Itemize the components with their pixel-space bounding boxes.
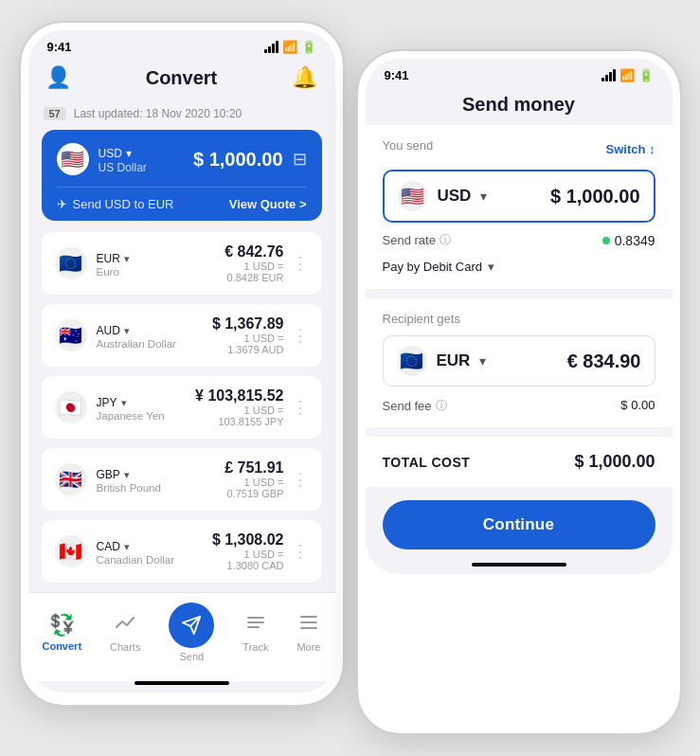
send-rate-row: Send rate ⓘ 0.8349 [383, 223, 655, 252]
currency-item-aud[interactable]: 🇦🇺 AUD ▾ Australian Dollar [42, 304, 322, 367]
rate-dot [602, 237, 610, 244]
name-jpy: Japanese Yen [97, 410, 165, 422]
send-fee-label: Send fee ⓘ [383, 398, 447, 414]
rate-cad: 1 USD = 1.3080 CAD [212, 549, 284, 571]
status-time-left: 9:41 [47, 40, 72, 54]
total-cost-value: $ 1,000.00 [574, 452, 655, 472]
flag-jpy: 🇯🇵 [55, 391, 87, 423]
view-quote-btn[interactable]: View Quote > [229, 197, 307, 211]
more-icon-aud[interactable]: ⋮ [292, 325, 309, 346]
base-currency-info: 🇺🇸 USD ▾ US Dollar [57, 143, 147, 175]
send-currency-code: USD [438, 187, 472, 206]
send-arrow-icon: ✈ [57, 197, 67, 211]
you-send-label: You send [383, 138, 434, 153]
name-eur: Euro [97, 266, 131, 278]
recipient-currency-code: EUR [437, 351, 471, 370]
continue-button[interactable]: Continue [383, 500, 655, 549]
amount-gbp: £ 751.91 [224, 459, 283, 477]
currency-item-eur[interactable]: 🇪🇺 EUR ▾ Euro [42, 232, 322, 295]
signal-icon [264, 41, 278, 53]
nav-send[interactable]: Send [169, 603, 214, 662]
bell-icon[interactable]: 🔔 [292, 65, 317, 90]
nav-convert[interactable]: 💱 Convert [42, 613, 81, 652]
pay-method-row[interactable]: Pay by Debit Card ▾ [383, 252, 655, 276]
currency-item-gbp[interactable]: 🇬🇧 GBP ▾ British Pound [42, 448, 322, 511]
code-jpy: JPY ▾ [97, 393, 165, 410]
app-header-left: 👤 Convert 🔔 [28, 58, 335, 99]
rate-jpy: 1 USD = 103.8155 JPY [195, 405, 283, 427]
flag-cad: 🇨🇦 [55, 535, 87, 567]
pay-method-label: Pay by Debit Card [383, 260, 483, 274]
rate-gbp: 1 USD = 0.7519 GBP [224, 477, 283, 499]
calculator-icon[interactable]: ⊟ [293, 149, 307, 170]
profile-icon[interactable]: 👤 [45, 65, 71, 90]
nav-label-track: Track [242, 641, 268, 653]
name-aud: Australian Dollar [97, 338, 176, 350]
nav-track[interactable]: Track [242, 612, 268, 653]
currency-item-jpy[interactable]: 🇯🇵 JPY ▾ Japanese Yen [42, 376, 322, 439]
flag-aud: 🇦🇺 [55, 319, 87, 351]
right-phone: 9:41 📶 🔋 Send money [358, 51, 680, 733]
amount-eur: € 842.76 [224, 243, 283, 261]
send-quote-row: ✈ Send USD to EUR View Quote > [57, 187, 307, 221]
send-btn[interactable]: ✈ Send USD to EUR [57, 197, 174, 211]
currency-item-cad[interactable]: 🇨🇦 CAD ▾ Canadian Dollar [42, 520, 322, 583]
pay-method-chevron: ▾ [488, 260, 494, 274]
signal-icon-right [601, 69, 616, 81]
nav-label-more: More [296, 641, 320, 653]
send-fee-value: $ 0.00 [620, 398, 655, 414]
base-amount: $ 1,000.00 [193, 149, 283, 171]
flag-eur: 🇪🇺 [55, 247, 87, 279]
page-title-convert: Convert [146, 67, 218, 89]
status-icons-right: 📶 🔋 [601, 68, 654, 82]
recipient-gets-selector[interactable]: 🇪🇺 EUR ▾ € 834.90 [383, 335, 655, 387]
base-currency-card[interactable]: 🇺🇸 USD ▾ US Dollar $ 1,000. [42, 130, 322, 221]
nav-label-charts: Charts [110, 641, 140, 653]
more-icon-cad[interactable]: ⋮ [292, 541, 309, 562]
code-eur: EUR ▾ [97, 249, 131, 266]
flag-gbp: 🇬🇧 [55, 463, 87, 495]
name-cad: Canadian Dollar [97, 554, 174, 566]
code-aud: AUD ▾ [97, 321, 176, 338]
you-send-section: You send Switch ↕ 🇺🇸 USD ▾ $ 1,000.00 [366, 125, 673, 289]
wifi-icon: 📶 [282, 40, 297, 54]
amount-cad: $ 1,308.02 [212, 531, 284, 549]
status-bar-left: 9:41 📶 🔋 [28, 30, 335, 58]
page-title-send: Send money [462, 94, 575, 116]
update-badge: 57 [44, 107, 66, 120]
more-icon-jpy[interactable]: ⋮ [292, 397, 309, 418]
track-icon [245, 612, 266, 639]
send-flag: 🇺🇸 [398, 181, 428, 211]
charts-icon [115, 612, 135, 639]
nav-charts[interactable]: Charts [110, 612, 140, 653]
base-currency-name: US Dollar [99, 161, 147, 174]
status-icons-left: 📶 🔋 [264, 40, 316, 54]
base-currency-code[interactable]: USD ▾ [99, 144, 147, 161]
nav-more[interactable]: More [296, 612, 320, 653]
recipient-gets-label: Recipient gets [383, 312, 655, 326]
send-nav-button[interactable] [169, 603, 214, 648]
you-send-selector[interactable]: 🇺🇸 USD ▾ $ 1,000.00 [383, 170, 655, 223]
rate-info-icon: ⓘ [440, 232, 451, 248]
home-indicator-right [472, 563, 566, 567]
last-updated-text: Last updated: 18 Nov 2020 10:20 [74, 107, 242, 120]
status-bar-right: 9:41 📶 🔋 [366, 59, 673, 86]
more-icon [298, 612, 319, 639]
rate-eur: 1 USD = 0.8428 EUR [224, 261, 283, 283]
more-icon-gbp[interactable]: ⋮ [292, 469, 309, 490]
recipient-gets-section: Recipient gets 🇪🇺 EUR ▾ € 834.90 [366, 298, 673, 427]
name-gbp: British Pound [97, 482, 161, 494]
send-money-content: You send Switch ↕ 🇺🇸 USD ▾ $ 1,000.00 [366, 125, 673, 563]
base-flag: 🇺🇸 [57, 143, 89, 175]
code-cad: CAD ▾ [97, 537, 174, 554]
bottom-nav: 💱 Convert Charts Send [28, 592, 335, 681]
send-rate-label: Send rate ⓘ [383, 232, 451, 248]
amount-aud: $ 1,367.89 [212, 315, 284, 333]
rate-aud: 1 USD = 1.3679 AUD [212, 333, 284, 355]
send-currency-chevron: ▾ [480, 189, 487, 204]
switch-button[interactable]: Switch ↕ [605, 142, 655, 156]
nav-label-send: Send [180, 651, 205, 662]
more-icon-eur[interactable]: ⋮ [292, 253, 309, 274]
recipient-currency-chevron: ▾ [479, 353, 486, 369]
wifi-icon-right: 📶 [619, 68, 635, 82]
